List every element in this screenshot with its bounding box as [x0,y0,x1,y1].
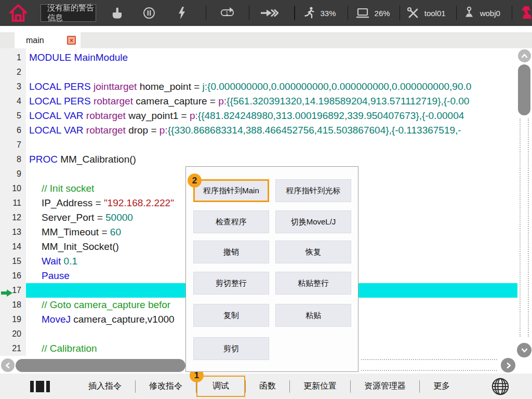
tab-main[interactable]: main × [15,32,81,48]
taskbar-item-label: 更多 [433,381,450,390]
popup-button-label: 检查程序 [216,217,247,227]
popup-button-label: 复制 [223,311,239,321]
vertical-scrollbar-track[interactable] [520,118,529,337]
divider [294,6,295,20]
popup-button-label: 剪切整行 [216,278,247,288]
line-number: 11 [0,196,26,210]
line-number: 7 [0,138,26,152]
scroll-up-button[interactable] [518,49,531,62]
popup-button-11[interactable]: 剪切 [193,337,269,360]
code-text: PROC MM_Calibration() [26,152,517,167]
popup-button-10[interactable]: 粘贴 [275,304,351,327]
taskbar-item-label: 插入指令 [88,381,122,390]
run-percentage: 33% [321,9,336,18]
notification-text: 没有新的警告信息 [47,3,96,23]
code-line[interactable]: 7 [0,138,517,152]
robot-logo-icon [520,5,532,21]
code-text: LOCAL VAR robtarget way_point1 = p:{{481… [26,109,517,123]
tab-label: main [26,36,44,45]
scroll-down-button[interactable] [517,343,531,357]
taskbar-menu: 插入指令修改指令调试1函数更新位置资源管理器更多 [75,376,463,397]
popup-button-label: 撤销 [223,247,239,257]
code-line[interactable]: 5LOCAL VAR robtarget way_point1 = p:{{48… [0,109,517,123]
line-number: 13 [0,225,26,240]
vertical-scrollbar-thumb[interactable] [518,64,530,115]
horizontal-scrollbar-track[interactable] [361,359,497,371]
close-icon[interactable]: × [67,36,76,45]
joystick-icon[interactable] [463,6,475,20]
popup-button-5[interactable]: 撤销 [193,241,269,263]
line-number: 20 [0,327,26,341]
popup-button-3[interactable]: 检查程序 [193,210,269,233]
code-text: LOCAL PERS robtarget camera_capture = p:… [26,94,517,109]
pause-icon[interactable] [142,6,156,20]
taskbar-item-label: 资源管理器 [364,381,406,390]
tools-icon[interactable] [406,6,420,20]
code-line[interactable]: 6LOCAL VAR robtarget drop = p:{{330.8686… [0,123,517,138]
line-number: 8 [0,152,26,167]
horizontal-scrollbar-thumb[interactable] [16,359,185,372]
popup-button-8[interactable]: 粘贴整行 [275,272,351,295]
taskbar-item-1[interactable]: 插入指令 [75,376,135,396]
popup-button-1[interactable]: 程序指针到Main2 [193,179,269,202]
notification-message-box[interactable]: 没有新的警告信息 [41,4,96,22]
line-number: 2 [0,65,26,79]
scroll-left-button[interactable] [1,358,15,372]
taskbar-item-label: 函数 [259,381,276,390]
task-switcher-icon[interactable] [30,381,50,392]
popup-button-6[interactable]: 恢复 [275,241,351,263]
code-line[interactable]: 1MODULE MainModule [0,50,517,65]
line-number: 15 [0,254,26,269]
popup-button-label: 切换MoveL/J [291,217,336,227]
taskbar-item-2[interactable]: 修改指令 [136,376,196,396]
code-line[interactable]: 2 [0,65,517,79]
popup-button-9[interactable]: 复制 [193,304,269,327]
hand-icon[interactable] [111,6,124,20]
popup-button-label: 恢复 [305,247,321,257]
flash-icon[interactable] [177,6,187,20]
globe-icon[interactable] [490,377,510,396]
tab-bar: main × [0,26,532,48]
active-tool-name[interactable]: tool01 [424,9,446,18]
code-text: MODULE MainModule [26,50,517,65]
top-status-bar: 没有新的警告信息 1 [0,0,532,26]
popup-button-4[interactable]: 切换MoveL/J [275,210,351,233]
popup-button-2[interactable]: 程序指针到光标 [275,179,351,202]
divider [456,6,457,20]
line-number: 3 [0,79,26,94]
popup-button-label: 剪切 [223,344,239,354]
popup-button-label: 粘贴 [305,311,321,321]
line-number: 6 [0,123,26,138]
taskbar-item-label: 调试 [212,381,229,390]
divider [512,6,512,20]
taskbar-item-6[interactable]: 资源管理器 [351,376,419,396]
popup-button-7[interactable]: 剪切整行 [193,272,269,295]
code-line[interactable]: 8PROC MM_Calibration() [0,152,517,167]
taskbar-item-7[interactable]: 更多 [420,376,463,396]
fast-forward-icon[interactable] [260,7,278,19]
code-text: LOCAL VAR robtarget drop = p:{{330.86868… [26,123,517,138]
home-menu-button[interactable] [7,2,29,24]
cycle-once-icon[interactable]: 1 [220,6,235,20]
divider [206,6,206,20]
taskbar-item-4[interactable]: 函数 [246,376,289,396]
code-text [26,65,517,79]
divider [249,6,249,20]
line-number: 19 [0,312,26,327]
code-text [26,138,517,152]
divider [400,6,400,20]
home-icon [7,2,29,24]
code-line[interactable]: 4LOCAL PERS robtarget camera_capture = p… [0,94,517,109]
taskbar-item-5[interactable]: 更新位置 [290,376,350,396]
line-number: 1 [0,50,26,65]
annotation-badge: 2 [188,174,202,188]
scroll-right-button[interactable] [501,358,515,373]
divider [348,6,348,20]
code-line[interactable]: 3LOCAL PERS jointtarget home_point = j:{… [0,79,517,94]
active-workobject-name[interactable]: wobj0 [480,9,500,18]
line-number: 10 [0,181,26,196]
runner-icon[interactable] [303,6,316,20]
taskbar-item-3[interactable]: 调试1 [196,376,245,397]
popup-button-label: 程序指针到Main [203,186,259,196]
laptop-icon[interactable] [355,7,370,19]
